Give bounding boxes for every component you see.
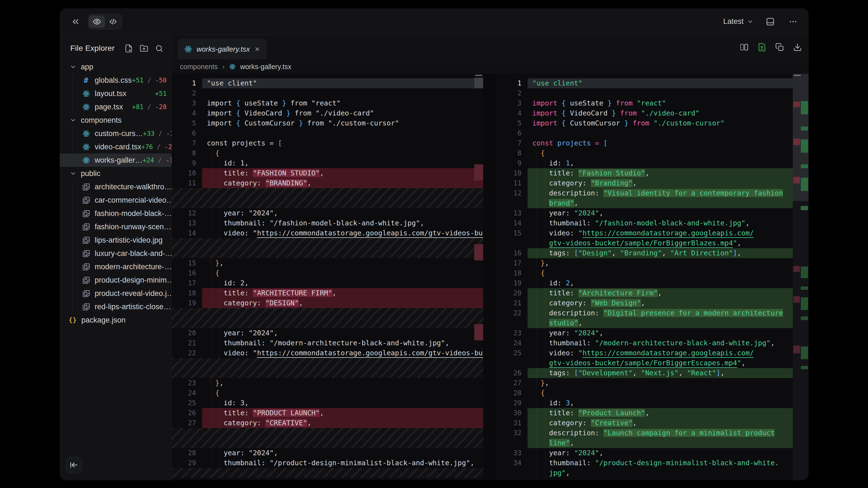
code-line[interactable]: 1"use client" [172, 78, 483, 88]
download-button[interactable] [792, 41, 804, 53]
code-line[interactable]: 13 year: "2024", [497, 208, 793, 218]
tree-file-works-galler[interactable]: works-galler…+24 / -13 [60, 154, 171, 167]
code-line[interactable]: 18 title: "ARCHITECTURE FIRM", [172, 288, 483, 298]
code-line[interactable]: 31 category: "Creative", [497, 418, 793, 428]
tree-file-layout.tsx[interactable]: layout.tsx+51 [60, 87, 171, 100]
code-line[interactable]: 32 description: "Launch campaign for a m… [497, 428, 793, 438]
code-line[interactable]: 16 tags: ["Design", "Branding", "Art Dir… [497, 248, 793, 258]
diff-changes-button[interactable] [756, 41, 768, 53]
code-line[interactable]: 26 title: "PRODUCT LAUNCH", [172, 408, 483, 418]
code-line[interactable]: 20 year: "2024", [172, 328, 483, 338]
code-line[interactable]: 7const projects = [ [172, 138, 483, 148]
code-line[interactable]: 26 tags: ["Development", "Next.js", "Rea… [497, 368, 793, 378]
tree-file-red-lips-artistic-close[interactable]: red-lips-artistic-close… [60, 300, 171, 314]
code-line[interactable]: 24 { [172, 388, 483, 398]
code-line[interactable]: 19 id: 2, [497, 278, 793, 288]
more-options-button[interactable] [787, 15, 799, 28]
tree-file-page.tsx[interactable]: page.tsx+81 / -28 [60, 100, 171, 113]
code-line[interactable]: 23 }, [172, 378, 483, 388]
code-toggle-button[interactable] [105, 15, 121, 28]
tree-file-modern-architecture-[interactable]: modern-architecture-… [60, 260, 171, 273]
code-line[interactable]: 12 year: "2024", [172, 208, 483, 218]
code-line[interactable]: 28 { [497, 388, 793, 398]
version-selector[interactable]: Latest [723, 17, 753, 26]
code-line[interactable]: 10 title: "FASHION STUDIO", [172, 168, 483, 178]
overview-ruler-left[interactable] [474, 74, 483, 480]
new-folder-button[interactable] [138, 42, 150, 55]
code-line[interactable]: 14 video: "https://commondatastorage.goo… [172, 228, 483, 238]
code-line[interactable]: 15 }, [172, 258, 483, 268]
code-line[interactable]: 15 video: "https://commondatastorage.goo… [497, 228, 793, 238]
overview-ruler-right[interactable] [793, 74, 809, 480]
code-line[interactable]: 20 title: "Architecture Firm", [497, 288, 793, 298]
tree-file-globals.css[interactable]: #globals.css+51 / -50 [60, 73, 171, 87]
code-line[interactable]: 27 category: "CREATIVE", [172, 418, 483, 428]
preview-toggle-button[interactable] [89, 15, 105, 28]
tree-file-product-reveal-video.j[interactable]: product-reveal-video.j… [60, 287, 171, 300]
code-line[interactable]: 16 { [172, 268, 483, 278]
collapse-sidebar-button[interactable] [66, 457, 82, 473]
code-line[interactable]: 29 id: 3, [497, 398, 793, 408]
code-line[interactable]: studio", [497, 318, 793, 328]
code-line[interactable]: 29 thumbnail: "/product-design-minimalis… [172, 458, 483, 468]
tree-file-video-card.tsx[interactable]: video-card.tsx+76 / -27 [60, 140, 171, 154]
tree-folder-app[interactable]: app [60, 60, 171, 73]
code-line[interactable]: gtv-videos-bucket/sample/ForBiggerEscape… [497, 358, 793, 368]
tree-file-custom-curs[interactable]: custom-curs…+33 / -12 [60, 127, 171, 140]
code-line[interactable]: 28 year: "2024", [172, 448, 483, 458]
code-line[interactable]: 17 id: 2, [172, 278, 483, 288]
code-line[interactable]: 18 { [497, 268, 793, 278]
code-line[interactable]: 30 title: "Product Launch", [497, 408, 793, 418]
code-line[interactable]: 21 category: "Web Design", [497, 298, 793, 308]
code-line[interactable]: 2 [497, 88, 793, 98]
panel-layout-button[interactable] [764, 15, 776, 28]
code-line[interactable]: 5import { CustomCursor } from "./custom-… [497, 118, 793, 128]
code-line[interactable]: 3import { useState } from "react" [172, 98, 483, 108]
code-line[interactable]: jpg", [497, 468, 793, 478]
code-line[interactable]: 2 [172, 88, 483, 98]
diff-pane-original[interactable]: 1"use client"23import { useState } from … [172, 74, 483, 480]
tree-folder-public[interactable]: public [60, 167, 171, 180]
code-line[interactable]: 9 id: 1, [172, 158, 483, 168]
code-line[interactable]: 6 [497, 128, 793, 138]
code-line[interactable]: 27 }, [497, 378, 793, 388]
copy-code-button[interactable] [774, 41, 786, 53]
code-line[interactable]: 1"use client" [497, 78, 793, 88]
code-line[interactable]: 22 description: "Digital presence for a … [497, 308, 793, 318]
code-line[interactable]: 8 { [172, 148, 483, 158]
tree-file-package.json[interactable]: {}package.json [60, 314, 171, 327]
new-file-button[interactable] [123, 42, 135, 55]
tree-file-luxury-car-black-and-[interactable]: luxury-car-black-and-… [60, 247, 171, 260]
tab-close-icon[interactable]: × [254, 45, 260, 53]
code-line[interactable]: 19 category: "DESIGN", [172, 298, 483, 308]
tree-file-product-design-minim[interactable]: product-design-minim… [60, 273, 171, 287]
code-line[interactable]: 22 video: "https://commondatastorage.goo… [172, 348, 483, 358]
code-line[interactable]: 13 thumbnail: "/fashion-model-black-and-… [172, 218, 483, 228]
tree-file-fashion-model-black-[interactable]: fashion-model-black-… [60, 207, 171, 220]
code-line[interactable]: 7const projects = [ [497, 138, 793, 148]
code-line[interactable]: 11 category: "BRANDING", [172, 178, 483, 188]
code-line[interactable]: 21 thumbnail: "/modern-architecture-blac… [172, 338, 483, 348]
code-line[interactable]: 33 year: "2024", [497, 448, 793, 458]
code-line[interactable]: 8 { [497, 148, 793, 158]
code-line[interactable]: 4import { VideoCard } from "./video-card… [172, 108, 483, 118]
code-line[interactable]: line", [497, 438, 793, 448]
code-line[interactable]: 10 title: "Fashion Studio", [497, 168, 793, 178]
code-line[interactable]: 12 description: "Visual identity for a c… [497, 188, 793, 198]
tree-folder-components[interactable]: components [60, 113, 171, 127]
code-line[interactable]: 4import { VideoCard } from "./video-card… [497, 108, 793, 118]
tree-file-architecture-walkthro[interactable]: architecture-walkthro… [60, 180, 171, 193]
code-line[interactable]: 17 }, [497, 258, 793, 268]
search-files-button[interactable] [153, 42, 165, 55]
code-line[interactable]: 25 id: 3, [172, 398, 483, 408]
code-line[interactable]: 14 thumbnail: "/fashion-model-black-and-… [497, 218, 793, 228]
breadcrumb-folder[interactable]: components [180, 63, 218, 71]
code-line[interactable]: 23 year: "2024", [497, 328, 793, 338]
code-line[interactable]: gtv-videos-bucket/sample/ForBiggerBlazes… [497, 238, 793, 248]
collapse-chat-button[interactable] [69, 15, 82, 28]
tree-file-lips-artistic-video.jpg[interactable]: lips-artistic-video.jpg [60, 233, 171, 247]
code-line[interactable]: 6 [172, 128, 483, 138]
code-line[interactable]: 9 id: 1, [497, 158, 793, 168]
tree-file-fashion-runway-scen[interactable]: fashion-runway-scen… [60, 220, 171, 233]
code-line[interactable]: 24 thumbnail: "/modern-architecture-blac… [497, 338, 793, 348]
